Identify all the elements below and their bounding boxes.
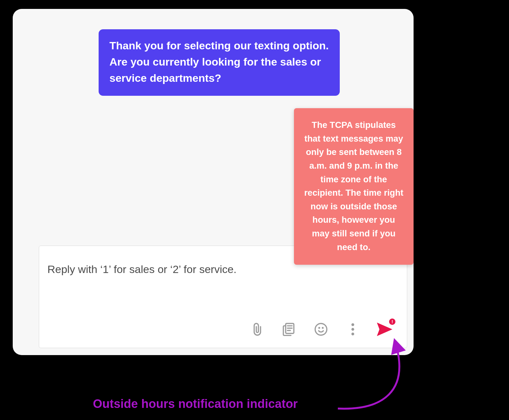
outside-hours-tooltip: The TCPA stipulates that text messages m… xyxy=(294,108,414,265)
outside-hours-alert-badge: ! xyxy=(389,318,395,325)
composer-toolbar: ! xyxy=(248,320,394,338)
outgoing-message-text: Thank you for selecting our texting opti… xyxy=(109,39,329,84)
template-button[interactable] xyxy=(280,320,298,338)
svg-point-5 xyxy=(319,327,319,328)
svg-point-6 xyxy=(322,327,323,328)
tooltip-text: The TCPA stipulates that text messages m… xyxy=(304,120,403,252)
send-icon xyxy=(377,323,392,336)
svg-point-4 xyxy=(315,324,327,335)
emoji-button[interactable] xyxy=(312,320,330,338)
send-button[interactable]: ! xyxy=(376,320,394,338)
svg-point-7 xyxy=(352,323,354,326)
more-options-button[interactable] xyxy=(344,320,362,338)
svg-point-9 xyxy=(352,332,354,335)
template-icon xyxy=(282,322,296,336)
alert-badge-text: ! xyxy=(392,319,393,324)
outgoing-message-bubble: Thank you for selecting our texting opti… xyxy=(99,29,340,96)
annotation-caption: Outside hours notification indicator xyxy=(93,397,298,411)
smile-icon xyxy=(314,322,328,336)
attach-button[interactable] xyxy=(248,320,266,338)
svg-point-8 xyxy=(352,328,354,331)
paperclip-icon xyxy=(251,322,264,337)
composer-text-input[interactable]: Reply with ‘1’ for sales or ‘2’ for serv… xyxy=(47,263,399,276)
more-vertical-icon xyxy=(350,322,356,336)
annotation-caption-text: Outside hours notification indicator xyxy=(93,397,298,410)
composer-input-value: Reply with ‘1’ for sales or ‘2’ for serv… xyxy=(47,263,237,275)
